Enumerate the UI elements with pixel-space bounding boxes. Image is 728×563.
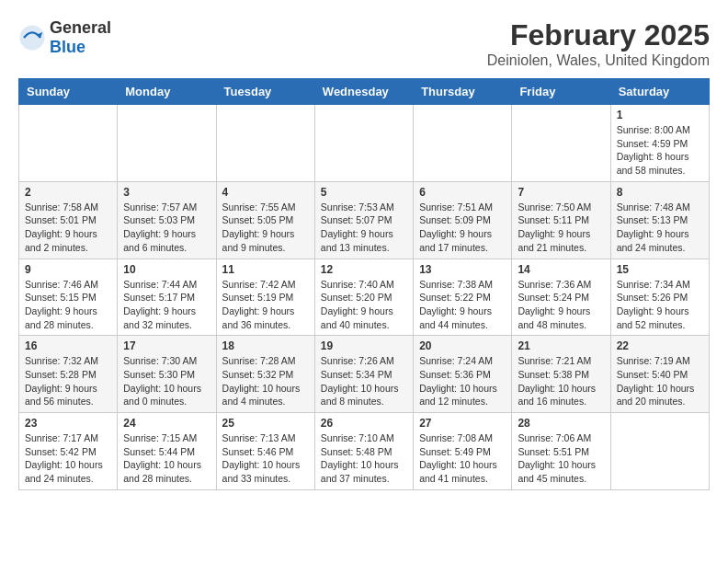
day-info: Sunrise: 7:55 AM Sunset: 5:05 PM Dayligh… bbox=[222, 201, 309, 255]
location-subtitle: Deiniolen, Wales, United Kingdom bbox=[487, 52, 710, 69]
calendar-cell bbox=[414, 105, 512, 182]
day-number: 4 bbox=[222, 186, 309, 199]
calendar-cell: 12Sunrise: 7:40 AM Sunset: 5:20 PM Dayli… bbox=[314, 259, 413, 336]
day-number: 11 bbox=[222, 263, 309, 276]
day-info: Sunrise: 7:50 AM Sunset: 5:11 PM Dayligh… bbox=[518, 201, 604, 255]
calendar-cell: 21Sunrise: 7:21 AM Sunset: 5:38 PM Dayli… bbox=[512, 336, 610, 413]
day-info: Sunrise: 7:34 AM Sunset: 5:26 PM Dayligh… bbox=[617, 278, 703, 332]
day-number: 28 bbox=[518, 417, 604, 430]
calendar-cell: 19Sunrise: 7:26 AM Sunset: 5:34 PM Dayli… bbox=[314, 336, 413, 413]
calendar-cell: 1Sunrise: 8:00 AM Sunset: 4:59 PM Daylig… bbox=[610, 105, 709, 182]
day-number: 1 bbox=[617, 109, 703, 121]
day-info: Sunrise: 7:08 AM Sunset: 5:49 PM Dayligh… bbox=[419, 431, 506, 486]
weekday-header: Friday bbox=[512, 79, 610, 105]
day-number: 20 bbox=[419, 339, 506, 352]
calendar-cell: 9Sunrise: 7:46 AM Sunset: 5:15 PM Daylig… bbox=[19, 259, 118, 336]
calendar-cell: 3Sunrise: 7:57 AM Sunset: 5:03 PM Daylig… bbox=[118, 181, 216, 259]
calendar-cell bbox=[118, 105, 216, 182]
day-info: Sunrise: 7:58 AM Sunset: 5:01 PM Dayligh… bbox=[25, 201, 111, 255]
day-number: 17 bbox=[123, 339, 210, 352]
calendar-cell: 5Sunrise: 7:53 AM Sunset: 5:07 PM Daylig… bbox=[314, 181, 413, 259]
day-number: 10 bbox=[123, 263, 210, 276]
day-info: Sunrise: 7:51 AM Sunset: 5:09 PM Dayligh… bbox=[419, 201, 506, 255]
day-number: 5 bbox=[321, 186, 407, 199]
day-info: Sunrise: 7:40 AM Sunset: 5:20 PM Dayligh… bbox=[321, 278, 407, 332]
day-info: Sunrise: 7:36 AM Sunset: 5:24 PM Dayligh… bbox=[518, 278, 604, 332]
calendar-cell: 15Sunrise: 7:34 AM Sunset: 5:26 PM Dayli… bbox=[610, 259, 709, 336]
weekday-header: Sunday bbox=[19, 79, 118, 105]
calendar-cell: 25Sunrise: 7:13 AM Sunset: 5:46 PM Dayli… bbox=[216, 413, 314, 490]
calendar-cell bbox=[314, 105, 413, 182]
weekday-header: Monday bbox=[118, 79, 216, 105]
calendar-week-row: 2Sunrise: 7:58 AM Sunset: 5:01 PM Daylig… bbox=[19, 181, 710, 259]
day-number: 18 bbox=[222, 339, 309, 352]
day-info: Sunrise: 7:46 AM Sunset: 5:15 PM Dayligh… bbox=[25, 278, 111, 332]
day-info: Sunrise: 7:19 AM Sunset: 5:40 PM Dayligh… bbox=[617, 354, 703, 408]
calendar-cell bbox=[19, 105, 118, 182]
weekday-header: Saturday bbox=[610, 79, 709, 105]
calendar-cell: 16Sunrise: 7:32 AM Sunset: 5:28 PM Dayli… bbox=[19, 336, 118, 413]
day-info: Sunrise: 7:26 AM Sunset: 5:34 PM Dayligh… bbox=[321, 354, 407, 408]
day-number: 19 bbox=[321, 339, 407, 352]
calendar-week-row: 9Sunrise: 7:46 AM Sunset: 5:15 PM Daylig… bbox=[19, 259, 710, 336]
day-number: 23 bbox=[25, 417, 111, 430]
calendar-cell: 26Sunrise: 7:10 AM Sunset: 5:48 PM Dayli… bbox=[314, 413, 413, 490]
calendar-cell: 14Sunrise: 7:36 AM Sunset: 5:24 PM Dayli… bbox=[512, 259, 610, 336]
calendar-cell: 27Sunrise: 7:08 AM Sunset: 5:49 PM Dayli… bbox=[414, 413, 512, 490]
calendar-cell: 13Sunrise: 7:38 AM Sunset: 5:22 PM Dayli… bbox=[414, 259, 512, 336]
day-info: Sunrise: 7:10 AM Sunset: 5:48 PM Dayligh… bbox=[321, 431, 407, 486]
day-info: Sunrise: 7:42 AM Sunset: 5:19 PM Dayligh… bbox=[222, 278, 309, 332]
calendar-cell bbox=[216, 105, 314, 182]
title-section: February 2025 Deiniolen, Wales, United K… bbox=[487, 18, 710, 69]
day-info: Sunrise: 7:06 AM Sunset: 5:51 PM Dayligh… bbox=[518, 431, 604, 486]
day-info: Sunrise: 7:44 AM Sunset: 5:17 PM Dayligh… bbox=[123, 278, 210, 332]
day-number: 9 bbox=[25, 263, 111, 276]
calendar-cell: 22Sunrise: 7:19 AM Sunset: 5:40 PM Dayli… bbox=[610, 336, 709, 413]
calendar-cell: 17Sunrise: 7:30 AM Sunset: 5:30 PM Dayli… bbox=[118, 336, 216, 413]
day-info: Sunrise: 7:28 AM Sunset: 5:32 PM Dayligh… bbox=[222, 354, 309, 408]
weekday-header: Wednesday bbox=[314, 79, 413, 105]
day-info: Sunrise: 7:13 AM Sunset: 5:46 PM Dayligh… bbox=[222, 431, 309, 486]
day-info: Sunrise: 7:32 AM Sunset: 5:28 PM Dayligh… bbox=[25, 354, 111, 408]
logo-text-blue: Blue bbox=[50, 38, 85, 56]
calendar-cell: 8Sunrise: 7:48 AM Sunset: 5:13 PM Daylig… bbox=[610, 181, 709, 259]
calendar-table: SundayMondayTuesdayWednesdayThursdayFrid… bbox=[18, 78, 710, 490]
calendar-cell: 4Sunrise: 7:55 AM Sunset: 5:05 PM Daylig… bbox=[216, 181, 314, 259]
calendar-cell: 23Sunrise: 7:17 AM Sunset: 5:42 PM Dayli… bbox=[19, 413, 118, 490]
day-number: 26 bbox=[321, 417, 407, 430]
day-number: 7 bbox=[518, 186, 604, 199]
logo-icon bbox=[18, 24, 46, 52]
logo-text-general: General bbox=[50, 18, 111, 37]
calendar-cell: 7Sunrise: 7:50 AM Sunset: 5:11 PM Daylig… bbox=[512, 181, 610, 259]
calendar-week-row: 16Sunrise: 7:32 AM Sunset: 5:28 PM Dayli… bbox=[19, 336, 710, 413]
month-year-title: February 2025 bbox=[487, 18, 710, 52]
day-info: Sunrise: 7:21 AM Sunset: 5:38 PM Dayligh… bbox=[518, 354, 604, 408]
calendar-cell bbox=[512, 105, 610, 182]
calendar-week-row: 1Sunrise: 8:00 AM Sunset: 4:59 PM Daylig… bbox=[19, 105, 710, 182]
day-info: Sunrise: 8:00 AM Sunset: 4:59 PM Dayligh… bbox=[617, 123, 703, 178]
svg-point-0 bbox=[20, 26, 45, 51]
weekday-header: Thursday bbox=[414, 79, 512, 105]
day-number: 13 bbox=[419, 263, 506, 276]
calendar-cell: 20Sunrise: 7:24 AM Sunset: 5:36 PM Dayli… bbox=[414, 336, 512, 413]
day-number: 2 bbox=[25, 186, 111, 199]
day-number: 24 bbox=[123, 417, 210, 430]
day-info: Sunrise: 7:15 AM Sunset: 5:44 PM Dayligh… bbox=[123, 431, 210, 486]
calendar-week-row: 23Sunrise: 7:17 AM Sunset: 5:42 PM Dayli… bbox=[19, 413, 710, 490]
day-info: Sunrise: 7:53 AM Sunset: 5:07 PM Dayligh… bbox=[321, 201, 407, 255]
day-info: Sunrise: 7:30 AM Sunset: 5:30 PM Dayligh… bbox=[123, 354, 210, 408]
calendar-cell bbox=[610, 413, 709, 490]
calendar-cell: 28Sunrise: 7:06 AM Sunset: 5:51 PM Dayli… bbox=[512, 413, 610, 490]
day-info: Sunrise: 7:48 AM Sunset: 5:13 PM Dayligh… bbox=[617, 201, 703, 255]
calendar-cell: 6Sunrise: 7:51 AM Sunset: 5:09 PM Daylig… bbox=[414, 181, 512, 259]
calendar-cell: 2Sunrise: 7:58 AM Sunset: 5:01 PM Daylig… bbox=[19, 181, 118, 259]
day-number: 15 bbox=[617, 263, 703, 276]
day-number: 16 bbox=[25, 339, 111, 352]
day-info: Sunrise: 7:38 AM Sunset: 5:22 PM Dayligh… bbox=[419, 278, 506, 332]
day-number: 3 bbox=[123, 186, 210, 199]
day-number: 8 bbox=[617, 186, 703, 199]
calendar-cell: 18Sunrise: 7:28 AM Sunset: 5:32 PM Dayli… bbox=[216, 336, 314, 413]
day-number: 14 bbox=[518, 263, 604, 276]
day-number: 25 bbox=[222, 417, 309, 430]
calendar-cell: 24Sunrise: 7:15 AM Sunset: 5:44 PM Dayli… bbox=[118, 413, 216, 490]
